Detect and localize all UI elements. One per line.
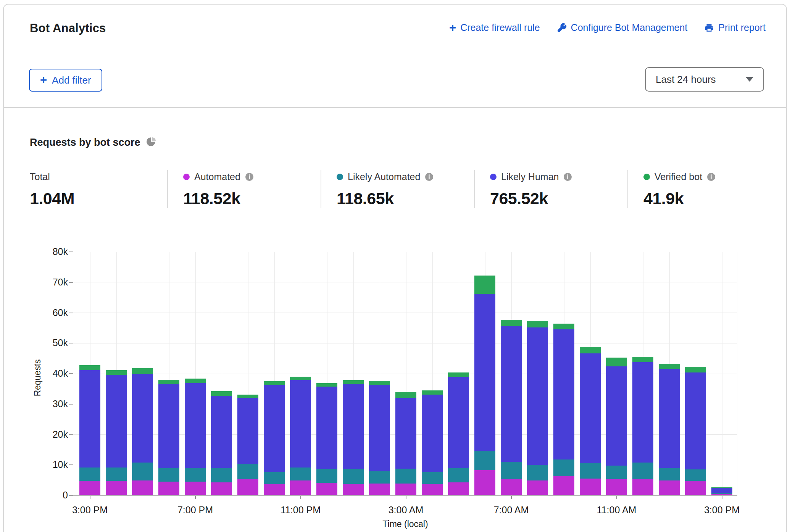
bar-segment-likely-human[interactable] — [237, 398, 258, 464]
bar-segment-automated[interactable] — [237, 479, 258, 495]
bar-segment-likely-automated[interactable] — [79, 468, 100, 481]
bar-segment-likely-human[interactable] — [316, 387, 337, 469]
bar-segment-verified-bot[interactable] — [237, 395, 258, 398]
bar-segment-likely-automated[interactable] — [606, 466, 627, 479]
bar-segment-automated[interactable] — [343, 484, 364, 495]
bar-segment-likely-automated[interactable] — [343, 469, 364, 484]
bar-segment-likely-human[interactable] — [211, 396, 232, 468]
bar-segment-verified-bot[interactable] — [580, 347, 601, 353]
bar-segment-automated[interactable] — [553, 476, 574, 495]
bar-segment-verified-bot[interactable] — [606, 358, 627, 366]
bar-segment-verified-bot[interactable] — [553, 324, 574, 329]
bar-segment-automated[interactable] — [422, 484, 443, 495]
bar-segment-likely-automated[interactable] — [474, 451, 495, 471]
bar-segment-likely-automated[interactable] — [422, 472, 443, 484]
bar-segment-verified-bot[interactable] — [316, 383, 337, 387]
bar-segment-verified-bot[interactable] — [659, 364, 680, 369]
bar-segment-likely-human[interactable] — [501, 326, 522, 462]
bar-segment-likely-automated[interactable] — [316, 469, 337, 483]
bar-segment-automated[interactable] — [158, 482, 179, 495]
bar-segment-likely-automated[interactable] — [395, 469, 416, 483]
bar-segment-likely-automated[interactable] — [264, 472, 285, 484]
bar-segment-automated[interactable] — [527, 480, 548, 495]
bar-segment-likely-human[interactable] — [158, 384, 179, 468]
bar-segment-likely-human[interactable] — [106, 375, 127, 468]
bar-segment-likely-human[interactable] — [474, 294, 495, 451]
bar-segment-likely-human[interactable] — [395, 398, 416, 469]
bar-segment-automated[interactable] — [316, 483, 337, 495]
bar-segment-automated[interactable] — [185, 482, 206, 495]
bar-segment-automated[interactable] — [448, 482, 469, 495]
bar-segment-automated[interactable] — [685, 481, 706, 495]
bar-segment-verified-bot[interactable] — [211, 391, 232, 396]
bar-segment-verified-bot[interactable] — [106, 370, 127, 375]
bar-segment-verified-bot[interactable] — [632, 357, 653, 362]
bar-segment-likely-human[interactable] — [685, 372, 706, 469]
bar-segment-automated[interactable] — [395, 484, 416, 495]
bar-segment-verified-bot[interactable] — [501, 320, 522, 326]
bar-segment-automated[interactable] — [369, 484, 390, 495]
bar-segment-likely-human[interactable] — [711, 488, 732, 493]
bar-segment-likely-human[interactable] — [422, 395, 443, 472]
bar-segment-likely-automated[interactable] — [553, 459, 574, 477]
bar-segment-likely-automated[interactable] — [632, 463, 653, 479]
bar-segment-likely-human[interactable] — [185, 383, 206, 468]
bar-segment-verified-bot[interactable] — [343, 380, 364, 384]
bar-segment-likely-automated[interactable] — [237, 464, 258, 479]
bar-segment-verified-bot[interactable] — [264, 381, 285, 385]
bar-segment-likely-human[interactable] — [632, 362, 653, 463]
add-filter-button[interactable]: + Add filter — [29, 69, 102, 92]
bar-segment-automated[interactable] — [606, 479, 627, 495]
bar-segment-likely-human[interactable] — [606, 366, 627, 466]
bar-segment-likely-human[interactable] — [132, 374, 153, 463]
bar-segment-likely-automated[interactable] — [501, 462, 522, 479]
bar-segment-likely-automated[interactable] — [185, 468, 206, 482]
time-range-dropdown[interactable]: Last 24 hours — [645, 67, 764, 92]
bar-segment-likely-human[interactable] — [553, 329, 574, 459]
bar-segment-likely-automated[interactable] — [211, 468, 232, 482]
bar-segment-likely-human[interactable] — [264, 385, 285, 472]
bar-segment-likely-human[interactable] — [79, 370, 100, 468]
bar-segment-likely-automated[interactable] — [685, 469, 706, 481]
bar-segment-likely-automated[interactable] — [711, 493, 732, 494]
bar-segment-automated[interactable] — [211, 482, 232, 495]
bar-segment-automated[interactable] — [106, 481, 127, 495]
bar-segment-verified-bot[interactable] — [448, 372, 469, 377]
create-firewall-rule-link[interactable]: + Create firewall rule — [449, 22, 540, 33]
bar-segment-likely-human[interactable] — [527, 327, 548, 465]
bar-segment-likely-human[interactable] — [369, 385, 390, 471]
bar-segment-likely-human[interactable] — [580, 353, 601, 463]
bar-segment-likely-automated[interactable] — [158, 468, 179, 482]
bar-segment-likely-automated[interactable] — [290, 468, 311, 480]
bar-segment-likely-human[interactable] — [448, 377, 469, 468]
bar-segment-likely-automated[interactable] — [369, 471, 390, 484]
bar-segment-verified-bot[interactable] — [474, 276, 495, 294]
bar-segment-verified-bot[interactable] — [290, 377, 311, 380]
bar-segment-automated[interactable] — [501, 479, 522, 495]
bar-segment-likely-human[interactable] — [659, 369, 680, 468]
bar-segment-automated[interactable] — [132, 480, 153, 495]
bar-segment-automated[interactable] — [79, 481, 100, 495]
configure-bot-management-link[interactable]: Configure Bot Management — [557, 22, 688, 33]
bar-segment-verified-bot[interactable] — [158, 380, 179, 384]
print-report-link[interactable]: Print report — [704, 22, 766, 33]
bar-segment-automated[interactable] — [659, 480, 680, 495]
bar-segment-verified-bot[interactable] — [369, 381, 390, 385]
bar-segment-verified-bot[interactable] — [685, 367, 706, 372]
bar-segment-automated[interactable] — [290, 480, 311, 495]
bar-segment-likely-automated[interactable] — [132, 463, 153, 480]
bar-segment-likely-automated[interactable] — [580, 463, 601, 479]
bar-segment-likely-automated[interactable] — [106, 468, 127, 481]
bar-segment-likely-automated[interactable] — [527, 465, 548, 480]
info-icon[interactable] — [707, 172, 716, 181]
bar-segment-likely-human[interactable] — [290, 380, 311, 468]
bar-segment-verified-bot[interactable] — [711, 487, 732, 488]
bar-segment-verified-bot[interactable] — [185, 379, 206, 383]
bar-segment-automated[interactable] — [474, 470, 495, 495]
bar-segment-verified-bot[interactable] — [422, 390, 443, 395]
bar-segment-verified-bot[interactable] — [395, 392, 416, 398]
bar-segment-automated[interactable] — [632, 479, 653, 495]
info-icon[interactable] — [425, 172, 434, 181]
info-icon[interactable] — [563, 172, 572, 181]
info-icon[interactable] — [245, 172, 254, 181]
